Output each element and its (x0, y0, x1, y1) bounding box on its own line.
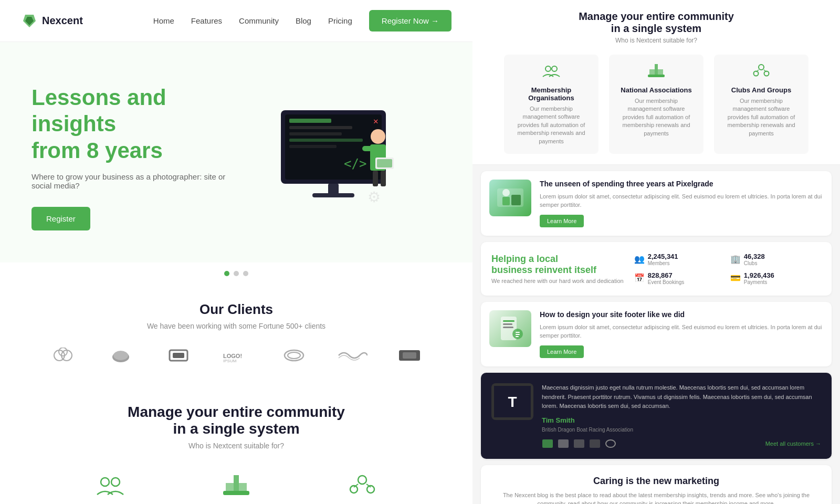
blog-title-1: The unseen of spending three years at Pi… (540, 180, 823, 188)
svg-rect-10 (312, 193, 354, 197)
svg-rect-5 (289, 139, 363, 142)
client-logo-2 (102, 345, 139, 366)
nav-community[interactable]: Community (239, 16, 279, 25)
hero-headline-part2: from 8 years (32, 138, 163, 163)
nav-home[interactable]: Home (153, 16, 174, 25)
feature-cards: Membership Organisations National Associ… (32, 469, 441, 504)
client-logo-5 (276, 345, 312, 366)
testimonial-section: T Maecenas dignissim justo eget nulla ru… (481, 373, 832, 459)
manage-subtitle: Who is Nextcent suitable for? (32, 442, 441, 450)
national-icon (219, 469, 253, 502)
svg-rect-14 (381, 171, 386, 186)
hero-register-button[interactable]: Register (32, 207, 90, 230)
stats-grid: 👥 2,245,341 Members 🏢 46,328 Clubs 📅 828… (634, 253, 821, 285)
dot-1[interactable] (224, 271, 229, 276)
svg-rect-17 (377, 159, 392, 167)
blog-learn-btn-1[interactable]: Learn More (540, 215, 584, 227)
rp-membership-desc: Our membership management software provi… (512, 105, 590, 145)
svg-rect-6 (289, 145, 337, 148)
client-logo-1 (45, 345, 81, 366)
membership-icon (93, 469, 127, 502)
rp-manage-title: Manage your entire community in a single… (488, 10, 824, 35)
stat-bookings-value: 828,867 (648, 271, 685, 279)
caring-section: Caring is the new marketing The Nexcent … (481, 465, 832, 504)
clients-title: Our Clients (32, 301, 441, 318)
svg-rect-25 (173, 353, 184, 358)
feature-card-national: National Associations (184, 469, 289, 504)
blog-content-2: How to design your site footer like we d… (540, 310, 823, 358)
svg-rect-31 (403, 352, 416, 359)
stats-section: Helping a local business reinvent itself… (481, 242, 832, 296)
rp-national-desc: Our membership management software provi… (617, 97, 695, 138)
svg-point-38 (358, 476, 366, 484)
stat-members-label: Members (648, 260, 678, 266)
clients-section: Our Clients We have been working with so… (0, 285, 472, 383)
stat-bookings-label: Event Bookings (648, 279, 685, 285)
nav-features[interactable]: Features (191, 16, 222, 25)
register-now-button[interactable]: Register Now → (369, 10, 452, 32)
blog-excerpt-1: Lorem ipsum dolor sit amet, consectetur … (540, 192, 823, 209)
nav-blog[interactable]: Blog (296, 16, 311, 25)
hero-dots (0, 262, 472, 285)
svg-rect-47 (649, 69, 655, 75)
svg-rect-36 (226, 483, 234, 491)
blog-thumb-1 (489, 180, 531, 216)
svg-rect-4 (289, 132, 342, 135)
svg-rect-63 (516, 332, 520, 333)
hero-headline: Lessons and insights from 8 years (32, 85, 236, 164)
stat-members-info: 2,245,341 Members (648, 253, 678, 266)
navbar: Nexcent Home Features Community Blog Pri… (0, 0, 472, 42)
svg-text:IPSUM: IPSUM (223, 359, 237, 363)
author-name: Tim Smith (542, 416, 821, 424)
svg-text:✕: ✕ (373, 116, 379, 126)
stat-payments-label: Payments (744, 279, 774, 285)
hero-section: Lessons and insights from 8 years Where … (0, 42, 472, 262)
logo[interactable]: Nexcent (21, 13, 83, 29)
client-logo-4: LOGO!IPSUM (218, 345, 255, 366)
rp-national-title: National Associations (617, 86, 695, 94)
svg-text:</>: </> (344, 156, 366, 171)
blog-title-2: How to design your site footer like we d… (540, 310, 823, 319)
rp-clubs-desc: Our membership management software provi… (722, 97, 800, 138)
svg-point-29 (288, 352, 300, 359)
stat-members: 👥 2,245,341 Members (634, 253, 725, 266)
meet-customers-link[interactable]: Meet all customers → (765, 440, 821, 447)
caring-title: Caring is the new marketing (491, 476, 821, 487)
svg-point-43 (545, 66, 551, 71)
hero-illustration: </> ✕ ⚙ (236, 100, 441, 215)
bookings-icon: 📅 (634, 273, 645, 283)
stat-clubs: 🏢 46,328 Clubs (730, 253, 821, 266)
dot-2[interactable] (234, 271, 239, 276)
svg-rect-69 (558, 439, 569, 448)
svg-rect-60 (503, 323, 512, 325)
testimonial-logos: Meet all customers → (542, 439, 821, 448)
blog-excerpt-2: Lorem ipsum dolor sit amet, consectetur … (540, 323, 823, 340)
svg-rect-59 (503, 320, 514, 322)
testimonial-text: Maecenas dignissim justo eget nulla rutr… (542, 383, 821, 411)
svg-rect-64 (516, 334, 520, 335)
rp-membership-title: Membership Organisations (512, 86, 590, 102)
members-icon: 👥 (634, 254, 645, 264)
svg-point-23 (113, 351, 128, 360)
clubs-stat-icon: 🏢 (730, 254, 741, 264)
svg-rect-68 (542, 439, 553, 448)
client-logo-3 (160, 345, 197, 366)
svg-point-33 (111, 478, 120, 486)
blog-learn-btn-2[interactable]: Learn More (540, 345, 584, 358)
hero-headline-part1: Lessons and insights (32, 85, 166, 136)
svg-rect-13 (373, 171, 378, 186)
blog-thumb-2 (489, 310, 531, 347)
stat-clubs-label: Clubs (744, 260, 765, 266)
testimonial-image: T (491, 383, 533, 420)
dot-3[interactable] (243, 271, 248, 276)
rp-card-clubs: Clubs And Groups Our membership manageme… (714, 55, 808, 154)
caring-desc: The Nexcent blog is the best place to re… (491, 491, 821, 504)
clubs-icon (345, 469, 379, 502)
blog-post-2: How to design your site footer like we d… (481, 302, 832, 366)
right-panel: Manage your entire community in a single… (472, 0, 840, 504)
hero-description: Where to grow your business as a photogr… (32, 172, 236, 190)
nav-pricing[interactable]: Pricing (328, 16, 352, 25)
svg-rect-71 (590, 439, 600, 448)
hero-text: Lessons and insights from 8 years Where … (32, 85, 236, 230)
stat-payments: 💳 1,926,436 Payments (730, 271, 821, 285)
